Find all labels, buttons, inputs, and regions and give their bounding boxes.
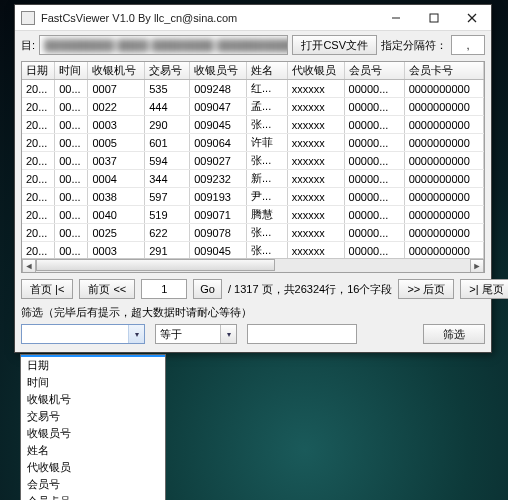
table-row[interactable]: 20...00...0022444009047孟...xxxxxx00000..… [22, 98, 484, 116]
table-cell: xxxxxx [287, 170, 344, 188]
table-cell: 20... [22, 152, 55, 170]
filter-value-input[interactable] [247, 324, 357, 344]
table-cell: 0022 [88, 98, 145, 116]
table-cell: 20... [22, 116, 55, 134]
delimiter-input[interactable] [451, 35, 485, 55]
scroll-right-arrow-icon[interactable]: ► [470, 259, 484, 273]
table-cell: 许菲 [247, 134, 288, 152]
table-row[interactable]: 20...00...0003291009045张...xxxxxx00000..… [22, 242, 484, 260]
table-cell: 00000... [344, 224, 404, 242]
dropdown-option[interactable]: 姓名 [21, 442, 165, 459]
table-row[interactable]: 20...00...0040519009071腾慧xxxxxx00000...0… [22, 206, 484, 224]
table-cell: 00... [55, 170, 88, 188]
filter-hint-label: 筛选（完毕后有提示，超大数据时请耐心等待） [21, 305, 485, 320]
table-cell: 0025 [88, 224, 145, 242]
table-row[interactable]: 20...00...0004344009232新...xxxxxx00000..… [22, 170, 484, 188]
chevron-down-icon[interactable]: ▾ [220, 325, 236, 343]
table-cell: 00000... [344, 134, 404, 152]
table-cell: xxxxxx [287, 188, 344, 206]
table-row[interactable]: 20...00...0038597009193尹...xxxxxx00000..… [22, 188, 484, 206]
prev-page-button[interactable]: 前页 << [79, 279, 135, 299]
horizontal-scrollbar[interactable]: ◄ ► [22, 258, 484, 272]
table-cell: 20... [22, 188, 55, 206]
table-cell: xxxxxx [287, 242, 344, 260]
column-header[interactable]: 日期 [22, 62, 55, 80]
table-cell: 张... [247, 242, 288, 260]
table-cell: 291 [145, 242, 190, 260]
table-cell: 0000000000 [404, 152, 483, 170]
dropdown-option[interactable]: 会员号 [21, 476, 165, 493]
last-page-button[interactable]: >| 尾页 [460, 279, 508, 299]
maximize-button[interactable] [415, 5, 453, 31]
scroll-left-arrow-icon[interactable]: ◄ [22, 259, 36, 273]
table-cell: 0000000000 [404, 206, 483, 224]
table-cell: 00000... [344, 98, 404, 116]
pager-row: 首页 |< 前页 << Go / 1317 页，共26324行，16个字段 >>… [21, 279, 485, 299]
table-cell: 601 [145, 134, 190, 152]
table-row[interactable]: 20...00...0005601009064许菲xxxxxx00000...0… [22, 134, 484, 152]
dropdown-option[interactable]: 日期 [21, 357, 165, 374]
client-area: 目: █████████ ████ ████████ █████████████… [15, 31, 491, 352]
column-header[interactable]: 时间 [55, 62, 88, 80]
table-cell: 344 [145, 170, 190, 188]
window-title: FastCsViewer V1.0 By llc_cn@sina.com [41, 12, 377, 24]
page-number-input[interactable] [141, 279, 187, 299]
dropdown-option[interactable]: 收银机号 [21, 391, 165, 408]
table-cell: 0000000000 [404, 188, 483, 206]
table-cell: 594 [145, 152, 190, 170]
table-cell: 张... [247, 224, 288, 242]
column-header[interactable]: 会员号 [344, 62, 404, 80]
table-cell: 0037 [88, 152, 145, 170]
table-cell: 0003 [88, 116, 145, 134]
column-header[interactable]: 会员卡号 [404, 62, 483, 80]
column-header[interactable]: 姓名 [247, 62, 288, 80]
dropdown-option[interactable]: 代收银员 [21, 459, 165, 476]
table-cell: 009193 [190, 188, 247, 206]
scroll-track[interactable] [36, 259, 470, 273]
file-path-input[interactable]: █████████ ████ ████████ ██████████████ [39, 35, 288, 55]
table-cell: xxxxxx [287, 134, 344, 152]
table-cell: 00000... [344, 170, 404, 188]
close-button[interactable] [453, 5, 491, 31]
column-header[interactable]: 收银机号 [88, 62, 145, 80]
table-cell: 290 [145, 116, 190, 134]
table-row[interactable]: 20...00...0003290009045张...xxxxxx00000..… [22, 116, 484, 134]
minimize-button[interactable] [377, 5, 415, 31]
scroll-thumb[interactable] [36, 259, 275, 271]
table-cell: 20... [22, 224, 55, 242]
titlebar[interactable]: FastCsViewer V1.0 By llc_cn@sina.com [15, 5, 491, 31]
table-cell: 009047 [190, 98, 247, 116]
delimiter-label: 指定分隔符： [381, 38, 447, 53]
dropdown-option[interactable]: 时间 [21, 374, 165, 391]
table-cell: 20... [22, 206, 55, 224]
next-page-button[interactable]: >> 后页 [398, 279, 454, 299]
table-cell: 00... [55, 80, 88, 98]
go-button[interactable]: Go [193, 279, 222, 299]
dropdown-option[interactable]: 收银员号 [21, 425, 165, 442]
chevron-down-icon[interactable]: ▾ [128, 325, 144, 343]
dropdown-option[interactable]: 交易号 [21, 408, 165, 425]
table-cell: 009045 [190, 242, 247, 260]
table-cell: 0038 [88, 188, 145, 206]
table-row[interactable]: 20...00...0037594009027张...xxxxxx00000..… [22, 152, 484, 170]
table-cell: 597 [145, 188, 190, 206]
table-row[interactable]: 20...00...0007535009248红...xxxxxx00000..… [22, 80, 484, 98]
column-header[interactable]: 交易号 [145, 62, 190, 80]
column-header[interactable]: 收银员号 [190, 62, 247, 80]
first-page-button[interactable]: 首页 |< [21, 279, 73, 299]
filter-field-combo[interactable]: ▾ [21, 324, 145, 344]
path-prefix-label: 目: [21, 38, 35, 53]
table-cell: 0000000000 [404, 170, 483, 188]
table-cell: 00... [55, 134, 88, 152]
open-csv-button[interactable]: 打开CSV文件 [292, 35, 377, 55]
table-cell: 00... [55, 242, 88, 260]
table-cell: 00000... [344, 152, 404, 170]
column-header[interactable]: 代收银员 [287, 62, 344, 80]
filter-field-dropdown-list[interactable]: 日期时间收银机号交易号收银员号姓名代收银员会员号会员卡号金额可积分金额抹零金额积… [20, 354, 166, 500]
filter-button[interactable]: 筛选 [423, 324, 485, 344]
table-cell: xxxxxx [287, 206, 344, 224]
filter-operator-combo[interactable]: 等于 ▾ [155, 324, 237, 344]
table-row[interactable]: 20...00...0025622009078张...xxxxxx00000..… [22, 224, 484, 242]
table-cell: 009027 [190, 152, 247, 170]
dropdown-option[interactable]: 会员卡号 [21, 493, 165, 500]
